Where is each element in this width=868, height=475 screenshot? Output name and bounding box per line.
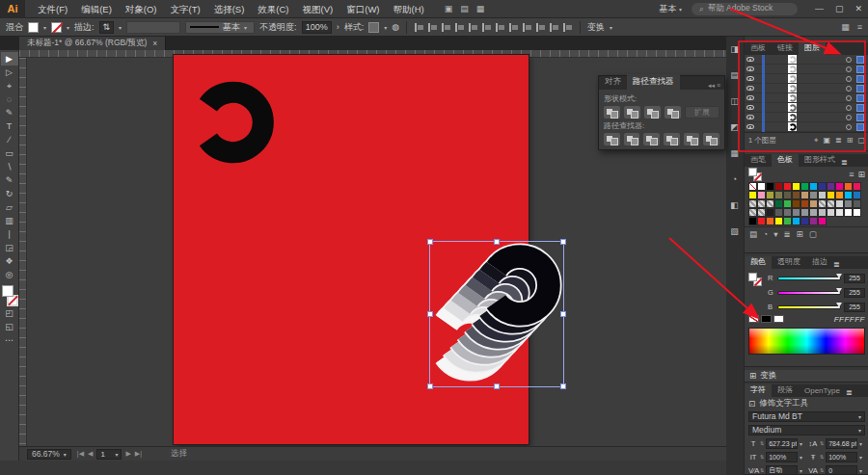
menubar-app-icon[interactable]: ▦ <box>476 4 485 13</box>
swatch[interactable] <box>792 208 800 217</box>
menubar-app-icon[interactable]: ▤ <box>460 4 469 13</box>
swatch-view-icon[interactable]: ⊞ <box>857 170 865 179</box>
stroke-caret-icon[interactable]: ▾ <box>67 24 69 31</box>
align-h-center-icon[interactable] <box>427 22 438 33</box>
opacity-field[interactable]: 100% <box>302 21 332 34</box>
swatches-footer-icon[interactable]: ⊞ <box>797 229 803 239</box>
collapsed-panel-icon[interactable]: ◧ <box>730 200 739 210</box>
rotate-tool[interactable]: ↻ <box>1 187 18 200</box>
swatch[interactable] <box>766 208 774 217</box>
tab-颜色[interactable]: 颜色 <box>745 256 772 269</box>
panel-menu-icon[interactable]: ◂◂ ≡ <box>704 82 724 90</box>
target-circle-icon[interactable] <box>846 124 852 130</box>
selection-indicator[interactable] <box>856 75 864 83</box>
tab-画板[interactable]: 画板 <box>745 42 772 55</box>
artboard[interactable] <box>174 55 529 444</box>
align-right-icon[interactable] <box>441 22 451 33</box>
swatch[interactable] <box>783 199 792 208</box>
swatch[interactable] <box>818 208 827 217</box>
document-tab[interactable]: 未标题-1* @ 66.67% (RGB/预览) × <box>19 37 166 50</box>
outline-button[interactable] <box>684 133 700 145</box>
kerning-field[interactable]: V⁄A⇅自动▾ <box>748 464 802 475</box>
quick-color-chip[interactable] <box>748 315 759 323</box>
touch-type-tool-button[interactable]: 修饰文字工具 <box>759 398 808 409</box>
minus-front-button[interactable] <box>624 106 640 119</box>
quick-color-chip[interactable] <box>761 315 772 323</box>
distribute-3-icon[interactable] <box>522 22 532 33</box>
swatch[interactable] <box>792 199 800 208</box>
b-value-field[interactable]: 255 <box>844 303 865 312</box>
visibility-eye-icon[interactable] <box>746 115 754 119</box>
menu-item[interactable]: 对象(O) <box>119 0 164 18</box>
visibility-eye-icon[interactable] <box>746 57 754 62</box>
align-bottom-icon[interactable] <box>481 22 492 33</box>
mini-fill-stroke[interactable] <box>748 168 764 181</box>
visibility-eye-icon[interactable] <box>746 95 754 100</box>
collapsed-panel-icon[interactable]: ▤ <box>730 70 739 80</box>
layer-thumbnail[interactable] <box>788 122 797 131</box>
swatch[interactable] <box>766 182 774 191</box>
gradient-tool[interactable]: ▥ <box>1 214 18 227</box>
swatch[interactable] <box>853 208 861 217</box>
r-slider[interactable] <box>777 277 841 280</box>
style-caret[interactable]: ▾ <box>384 24 387 31</box>
workspace-switcher[interactable]: 基本 ▾ <box>659 3 682 15</box>
layer-row[interactable] <box>745 113 868 122</box>
layer-row[interactable] <box>745 55 868 65</box>
tab-描边[interactable]: 描边 <box>806 256 833 269</box>
pen-tool[interactable]: ✎ <box>1 106 18 119</box>
swatch[interactable] <box>809 217 818 225</box>
swatch[interactable] <box>792 191 800 199</box>
swatch[interactable] <box>757 182 766 191</box>
collapsed-panel-icon[interactable]: ◔ <box>732 174 737 184</box>
tab-字符[interactable]: 字符 <box>745 384 772 397</box>
transform-label[interactable]: 变换 <box>587 21 605 34</box>
align-left-icon[interactable] <box>414 22 424 33</box>
g-slider[interactable] <box>777 291 841 295</box>
layer-thumbnail[interactable] <box>788 74 797 83</box>
prev-artboard-button[interactable]: ◀ <box>88 450 93 458</box>
swatch[interactable] <box>853 182 861 191</box>
swatch[interactable] <box>827 217 835 225</box>
unite-button[interactable] <box>604 106 620 119</box>
controlbar-icon[interactable]: ≡ <box>857 22 862 32</box>
font-family-select[interactable]: Futura Md BT▾ <box>748 411 865 422</box>
swatch[interactable] <box>853 199 861 208</box>
swatch[interactable] <box>774 199 783 208</box>
swatch[interactable] <box>748 208 757 217</box>
distribute-1-icon[interactable] <box>495 22 505 33</box>
swatch[interactable] <box>818 182 827 191</box>
r-value-field[interactable]: 255 <box>844 274 865 283</box>
swatch[interactable] <box>844 217 853 225</box>
layer-thumbnail[interactable] <box>788 93 797 102</box>
swatch[interactable] <box>844 199 853 208</box>
menu-item[interactable]: 窗口(W) <box>339 0 386 18</box>
tab-段落[interactable]: 段落 <box>772 384 799 397</box>
minus-back-button[interactable] <box>703 133 719 145</box>
layer-row[interactable] <box>745 84 868 93</box>
transform-panel-header[interactable]: ⊞ 变换 <box>745 370 868 383</box>
magic-wand-tool[interactable]: ⌖ <box>1 79 18 92</box>
layer-thumbnail[interactable] <box>788 103 797 112</box>
selection-indicator[interactable] <box>856 85 864 92</box>
maximize-button[interactable]: ▢ <box>835 4 844 13</box>
swatch[interactable] <box>757 191 766 199</box>
swatch[interactable] <box>835 199 844 208</box>
target-circle-icon[interactable] <box>846 95 852 101</box>
selection-indicator[interactable] <box>856 94 864 102</box>
layers-footer-icon[interactable]: ▣ <box>823 136 830 145</box>
tab-路径查找器[interactable]: 路径查找器 <box>627 74 680 90</box>
tab-画笔[interactable]: 画笔 <box>745 154 772 167</box>
swatch[interactable] <box>766 191 774 199</box>
layers-footer-icon[interactable]: ⊞ <box>847 136 854 145</box>
panel-menu-icon[interactable]: ≣ <box>841 158 848 167</box>
selection-handle[interactable] <box>560 383 566 389</box>
artboard-number-field[interactable]: 1▾ <box>96 449 122 460</box>
tracking-field[interactable]: VA⇅0▾ <box>808 464 862 475</box>
type-tool[interactable]: T <box>1 119 18 133</box>
distribute-6-icon[interactable] <box>562 22 573 33</box>
layers-footer-icon[interactable]: ≣ <box>835 136 842 145</box>
menu-item[interactable]: 文件(F) <box>31 0 74 18</box>
swatch[interactable] <box>766 199 774 208</box>
pencil-tool[interactable]: ✎ <box>1 173 18 187</box>
